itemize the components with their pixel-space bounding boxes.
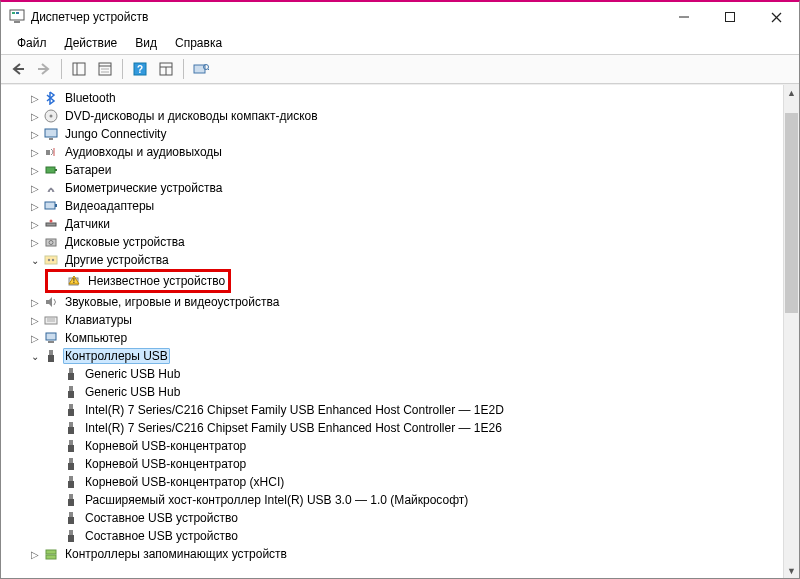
svg-rect-38	[45, 256, 57, 264]
svg-rect-48	[49, 350, 53, 355]
tree-label: Generic USB Hub	[83, 367, 182, 381]
forward-button[interactable]	[33, 58, 55, 80]
expand-icon[interactable]: ▷	[29, 164, 41, 176]
tree-item-biometric[interactable]: ▷ Биометрические устройства	[1, 179, 783, 197]
sensor-icon	[43, 216, 59, 232]
battery-icon	[43, 162, 59, 178]
close-button[interactable]	[753, 2, 799, 32]
scroll-thumb[interactable]	[785, 113, 798, 313]
svg-rect-59	[68, 445, 74, 452]
tree-label: Generic USB Hub	[83, 385, 182, 399]
svg-point-35	[50, 220, 53, 223]
tree-label: Расширяемый хост-контроллер Intel(R) USB…	[83, 493, 470, 507]
tree-item-video-adapters[interactable]: ▷ Видеоадаптеры	[1, 197, 783, 215]
expand-icon[interactable]: ▷	[29, 218, 41, 230]
back-button[interactable]	[7, 58, 29, 80]
expand-icon[interactable]: ▷	[29, 92, 41, 104]
tree-item-usb-controllers[interactable]: ⌄ Контроллеры USB	[1, 347, 783, 365]
maximize-button[interactable]	[707, 2, 753, 32]
svg-rect-5	[726, 13, 735, 22]
scan-button[interactable]	[155, 58, 177, 80]
expand-icon[interactable]: ▷	[29, 332, 41, 344]
tree-item-usb-child[interactable]: ▷Generic USB Hub	[1, 383, 783, 401]
keyboard-icon	[43, 312, 59, 328]
properties-button[interactable]	[94, 58, 116, 80]
tree-item-storage-controllers[interactable]: ▷ Контроллеры запоминающих устройств	[1, 545, 783, 563]
scroll-up-icon[interactable]: ▲	[784, 85, 799, 101]
tree-item-usb-child[interactable]: ▷Составное USB устройство	[1, 509, 783, 527]
tree-item-usb-child[interactable]: ▷Корневой USB-концентратор	[1, 455, 783, 473]
expand-icon[interactable]: ▷	[29, 548, 41, 560]
tree-item-jungo[interactable]: ▷ Jungo Connectivity	[1, 125, 783, 143]
tree-item-other[interactable]: ⌄ Другие устройства	[1, 251, 783, 269]
tree-label: Jungo Connectivity	[63, 127, 168, 141]
menu-help[interactable]: Справка	[167, 34, 230, 52]
tree-item-disk[interactable]: ▷ Дисковые устройства	[1, 233, 783, 251]
storage-controller-icon	[43, 546, 59, 562]
tree-item-usb-child[interactable]: ▷Intel(R) 7 Series/C216 Chipset Family U…	[1, 401, 783, 419]
svg-rect-33	[55, 204, 57, 207]
help-button[interactable]: ?	[129, 58, 151, 80]
titlebar: Диспетчер устройств	[1, 2, 799, 32]
usb-plug-icon	[63, 384, 79, 400]
tree-item-usb-child[interactable]: ▷Корневой USB-концентратор (xHCI)	[1, 473, 783, 491]
svg-text:?: ?	[137, 64, 143, 75]
svg-rect-1	[12, 12, 15, 14]
svg-rect-57	[68, 427, 74, 434]
tree-item-bluetooth[interactable]: ▷ Bluetooth	[1, 89, 783, 107]
menu-action[interactable]: Действие	[57, 34, 126, 52]
minimize-button[interactable]	[661, 2, 707, 32]
tree-item-sound[interactable]: ▷ Звуковые, игровые и видеоустройства	[1, 293, 783, 311]
speaker-icon	[43, 294, 59, 310]
expand-icon[interactable]: ▷	[29, 200, 41, 212]
svg-rect-67	[68, 517, 74, 524]
expand-icon[interactable]: ▷	[29, 236, 41, 248]
window-title: Диспетчер устройств	[31, 10, 661, 24]
expand-icon[interactable]: ▷	[29, 110, 41, 122]
svg-rect-70	[46, 550, 56, 554]
svg-rect-66	[69, 512, 73, 517]
tree-label: Звуковые, игровые и видеоустройства	[63, 295, 281, 309]
expand-icon[interactable]: ▷	[29, 296, 41, 308]
expand-icon[interactable]: ▷	[29, 128, 41, 140]
svg-rect-68	[69, 530, 73, 535]
tree-item-keyboards[interactable]: ▷ Клавиатуры	[1, 311, 783, 329]
vertical-scrollbar[interactable]: ▲ ▼	[783, 85, 799, 579]
menu-file[interactable]: Файл	[9, 34, 55, 52]
tree-item-usb-child[interactable]: ▷Intel(R) 7 Series/C216 Chipset Family U…	[1, 419, 783, 437]
show-hide-tree-button[interactable]	[68, 58, 90, 80]
collapse-icon[interactable]: ⌄	[29, 350, 41, 362]
tree-item-computer[interactable]: ▷ Компьютер	[1, 329, 783, 347]
expand-icon[interactable]: ▷	[29, 146, 41, 158]
tree-item-unknown[interactable]: ▷ ! Неизвестное устройство	[48, 272, 228, 290]
tree-item-audio-io[interactable]: ▷ Аудиовходы и аудиовыходы	[1, 143, 783, 161]
usb-icon	[43, 348, 59, 364]
usb-plug-icon	[63, 474, 79, 490]
tree-item-usb-child[interactable]: ▷Generic USB Hub	[1, 365, 783, 383]
menu-view[interactable]: Вид	[127, 34, 165, 52]
fingerprint-icon	[43, 180, 59, 196]
other-devices-icon	[43, 252, 59, 268]
tree-label: Клавиатуры	[63, 313, 134, 327]
svg-rect-47	[48, 341, 54, 343]
tree-label: Видеоадаптеры	[63, 199, 156, 213]
svg-rect-61	[68, 463, 74, 470]
content-area: ▷ Bluetooth ▷ DVD-дисководы и дисководы …	[1, 84, 799, 579]
tree-item-dvd[interactable]: ▷ DVD-дисководы и дисководы компакт-диск…	[1, 107, 783, 125]
tree-item-usb-child[interactable]: ▷Корневой USB-концентратор	[1, 437, 783, 455]
svg-point-40	[52, 259, 54, 261]
tree-item-batteries[interactable]: ▷ Батареи	[1, 161, 783, 179]
expand-icon[interactable]: ▷	[29, 182, 41, 194]
scroll-down-icon[interactable]: ▼	[784, 563, 799, 579]
svg-rect-0	[10, 10, 24, 20]
expand-icon[interactable]: ▷	[29, 314, 41, 326]
svg-text:!: !	[73, 277, 75, 284]
toolbar-separator	[183, 59, 184, 79]
toolbar-separator	[122, 59, 123, 79]
device-tree[interactable]: ▷ Bluetooth ▷ DVD-дисководы и дисководы …	[1, 85, 783, 579]
scan-hardware-button[interactable]	[190, 58, 212, 80]
tree-item-sensors[interactable]: ▷ Датчики	[1, 215, 783, 233]
collapse-icon[interactable]: ⌄	[29, 254, 41, 266]
tree-item-usb-child[interactable]: ▷Составное USB устройство	[1, 527, 783, 545]
tree-item-usb-child[interactable]: ▷Расширяемый хост-контроллер Intel(R) US…	[1, 491, 783, 509]
